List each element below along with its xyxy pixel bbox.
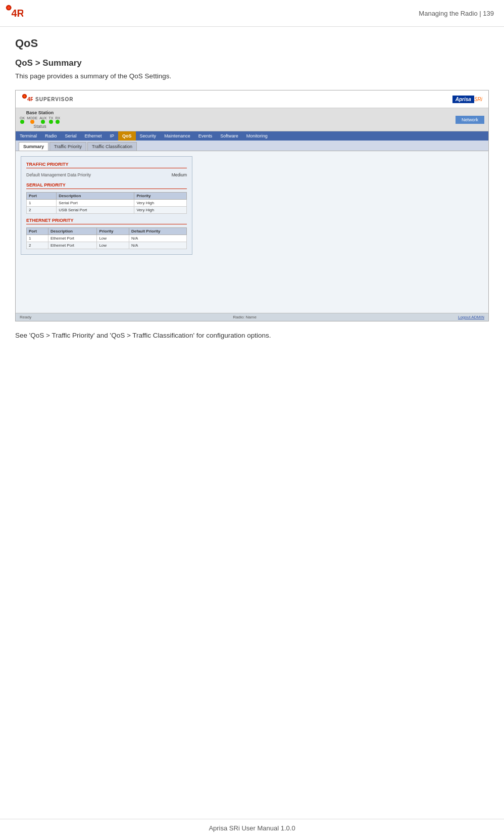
nav-ethernet[interactable]: Ethernet: [81, 131, 106, 141]
page-title: QoS: [15, 37, 489, 50]
mgmt-data-priority-value: Medium: [172, 172, 187, 177]
nav-ip[interactable]: IP: [106, 131, 119, 141]
section-title: QoS > Summary: [15, 58, 489, 68]
serial-col-port: Port: [27, 193, 57, 200]
rx-dot: [56, 120, 60, 124]
svg-point-5: [23, 95, 26, 98]
serial-row1-port: 1: [27, 200, 57, 207]
nav-security[interactable]: Security: [136, 131, 161, 141]
ok-indicator: OK: [20, 116, 25, 124]
sup-header: 4RF SUPERVISOR AprisaSRi: [16, 90, 488, 108]
nav-maintenance[interactable]: Maintenance: [160, 131, 194, 141]
footer-text: Aprisa SRi User Manual 1.0.0: [209, 824, 295, 832]
status-label: Status: [33, 124, 46, 129]
rx-indicator: RX: [55, 116, 60, 124]
logo-area: 4RF: [5, 4, 27, 22]
eth-row2-default: N/A: [129, 242, 187, 249]
subtab-traffic-classification[interactable]: Traffic Classification: [87, 142, 137, 151]
status-indicators: OK MODE AUX TX: [20, 116, 60, 124]
sup-logo: 4RF SUPERVISOR: [22, 94, 73, 105]
screenshot-container: 4RF SUPERVISOR AprisaSRi Base Station OK: [15, 90, 489, 321]
sup-logo-icon: 4RF: [22, 94, 33, 105]
note-text: See 'QoS > Traffic Priority' and 'QoS > …: [15, 332, 489, 339]
serial-row2-priority: Very High: [134, 207, 187, 214]
base-station-label: Base Station: [26, 110, 54, 115]
eth-row2-priority: Low: [97, 242, 129, 249]
nav-software[interactable]: Software: [216, 131, 242, 141]
eth-col-port: Port: [27, 228, 48, 235]
table-row: 2 USB Serial Port Very High: [27, 207, 187, 214]
eth-row1-desc: Ethernet Port: [48, 235, 96, 242]
nav-events[interactable]: Events: [194, 131, 217, 141]
svg-point-2: [8, 7, 10, 9]
aux-indicator: AUX: [39, 116, 46, 124]
eth-col-default-priority: Default Priority: [129, 228, 187, 235]
eth-col-description: Description: [48, 228, 96, 235]
network-button[interactable]: Network: [456, 116, 484, 124]
aprisa-badge-area: AprisaSRi: [452, 96, 482, 102]
nav-radio[interactable]: Radio: [41, 131, 61, 141]
table-row: 1 Serial Port Very High: [27, 200, 187, 207]
sup-status-bar: Base Station OK MODE AUX: [16, 108, 488, 131]
sup-main: TRAFFIC PRIORITY Default Management Data…: [16, 151, 488, 313]
supervisor-label: SUPERVISOR: [35, 97, 73, 102]
eth-row1-port: 1: [27, 235, 48, 242]
ethernet-priority-table: Port Description Priority Default Priori…: [26, 227, 187, 249]
serial-col-priority: Priority: [134, 193, 187, 200]
supervisor-ui: 4RF SUPERVISOR AprisaSRi Base Station OK: [16, 90, 488, 321]
aux-dot: [41, 120, 45, 124]
eth-row2-port: 2: [27, 242, 48, 249]
mode-indicator: MODE: [27, 116, 37, 124]
nav-serial[interactable]: Serial: [61, 131, 81, 141]
traffic-priority-header: TRAFFIC PRIORITY: [26, 162, 187, 168]
page-footer: Aprisa SRi User Manual 1.0.0: [0, 819, 504, 837]
subtab-summary[interactable]: Summary: [19, 142, 48, 151]
mgmt-data-priority-row: Default Management Data Priority Medium: [26, 171, 187, 178]
sup-footer: Ready Radio: Name Logout ADMIN: [16, 313, 488, 321]
nav-qos[interactable]: QoS: [118, 131, 136, 141]
serial-row1-priority: Very High: [134, 200, 187, 207]
serial-row1-desc: Serial Port: [57, 200, 134, 207]
footer-logout[interactable]: Logout ADMIN: [458, 315, 484, 319]
mgmt-data-priority-label: Default Management Data Priority: [26, 172, 91, 177]
ethernet-priority-header: ETHERNET PRIORITY: [26, 218, 187, 224]
sup-nav: Terminal Radio Serial Ethernet IP QoS Se…: [16, 131, 488, 141]
eth-row1-default: N/A: [129, 235, 187, 242]
mode-dot: [30, 120, 34, 124]
serial-col-description: Description: [57, 193, 134, 200]
nav-monitoring[interactable]: Monitoring: [242, 131, 272, 141]
description-text: This page provides a summary of the QoS …: [15, 72, 489, 80]
ok-dot: [20, 120, 24, 124]
header-page-ref: Managing the Radio | 139: [419, 10, 494, 17]
tx-dot: [49, 120, 53, 124]
serial-priority-header: SERIAL PRIORITY: [26, 182, 187, 189]
subtab-traffic-priority[interactable]: Traffic Priority: [49, 142, 86, 151]
serial-row2-port: 2: [27, 207, 57, 214]
eth-row1-priority: Low: [97, 235, 129, 242]
4rf-logo-icon: 4RF: [5, 4, 23, 22]
svg-text:4RF: 4RF: [12, 8, 23, 19]
page-header: 4RF Managing the Radio | 139: [0, 0, 504, 27]
aprisa-label: Aprisa: [452, 96, 474, 103]
serial-priority-table: Port Description Priority 1 Serial Port …: [26, 192, 187, 214]
tx-indicator: TX: [49, 116, 54, 124]
aprisa-sri: SRi: [474, 97, 482, 102]
eth-col-priority: Priority: [97, 228, 129, 235]
base-station-section: Base Station OK MODE AUX: [20, 110, 60, 129]
svg-text:4RF: 4RF: [27, 96, 33, 102]
table-row: 2 Ethernet Port Low N/A: [27, 242, 187, 249]
nav-terminal[interactable]: Terminal: [16, 131, 41, 141]
footer-status: Ready: [20, 315, 31, 319]
sup-subtabs: Summary Traffic Priority Traffic Classif…: [16, 141, 488, 151]
footer-radio: Radio: Name: [233, 315, 257, 319]
page-content: QoS QoS > Summary This page provides a s…: [0, 27, 504, 364]
table-row: 1 Ethernet Port Low N/A: [27, 235, 187, 242]
eth-row2-desc: Ethernet Port: [48, 242, 96, 249]
serial-row2-desc: USB Serial Port: [57, 207, 134, 214]
sup-panel: TRAFFIC PRIORITY Default Management Data…: [21, 156, 192, 255]
